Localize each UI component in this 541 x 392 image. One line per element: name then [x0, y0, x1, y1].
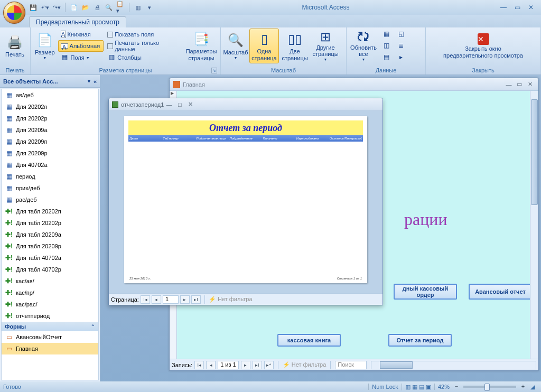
spell-icon[interactable]: 📋▾ — [116, 3, 125, 12]
text-export-button[interactable]: ≣ — [394, 40, 408, 52]
filter-indicator[interactable]: ⚡ Нет фильтра — [283, 361, 327, 368]
open-icon[interactable]: 📂 — [81, 3, 90, 12]
resize-grip-icon[interactable]: ◢ — [527, 384, 538, 390]
nav-item[interactable]: ▦период — [2, 171, 98, 182]
nav-item[interactable]: ▦прих/деб — [2, 182, 98, 194]
tab-print-preview[interactable]: Предварительный просмотр — [29, 16, 126, 27]
zoom-button[interactable]: 🔍Масштаб▼ — [223, 29, 248, 63]
prev-record-button[interactable]: ◂ — [206, 361, 216, 369]
nav-list[interactable]: ▦ав/деб▦Для 20202п▦Для 20202р▦Для 20209а… — [1, 89, 99, 380]
restore-icon[interactable]: ▭ — [514, 80, 525, 89]
btn-cash-book[interactable]: кассовая книга — [277, 334, 341, 347]
nav-item[interactable]: ✚!Для табл 20202п — [2, 206, 98, 217]
minimize-icon[interactable]: — — [498, 3, 509, 12]
next-page-button[interactable]: ▸ — [180, 295, 190, 304]
undo-icon[interactable]: ↶▾ — [41, 3, 49, 12]
print-icon[interactable]: 🖨 — [93, 3, 101, 12]
last-record-button[interactable]: ▸I — [253, 361, 262, 369]
new-record-button[interactable]: ▸* — [264, 361, 274, 369]
form-icon[interactable]: ▥ — [134, 3, 142, 12]
last-page-button[interactable]: ▸I — [191, 295, 201, 304]
prev-page-button[interactable]: ◂ — [152, 295, 161, 304]
zoom-slider[interactable] — [463, 386, 516, 388]
first-page-button[interactable]: I◂ — [141, 295, 150, 304]
nav-item[interactable]: ▭Главная — [2, 343, 98, 354]
nav-item[interactable]: ✚!Для табл 20209а — [2, 229, 98, 240]
office-button[interactable] — [3, 2, 25, 24]
new-icon[interactable]: 📄 — [70, 3, 78, 12]
nav-item[interactable]: ▦Для 20202п — [2, 101, 98, 113]
filter-indicator[interactable]: ⚡ Нет фильтра — [209, 296, 253, 303]
btn-period-report[interactable]: Отчет за период — [388, 334, 452, 347]
nav-item[interactable]: ✚!отчетпериод — [2, 310, 98, 322]
page-setup-button[interactable]: 📑Параметры страницы — [184, 29, 218, 63]
print-button[interactable]: 🖨️Печать — [2, 29, 27, 63]
page-position[interactable]: 1 — [163, 295, 179, 304]
nav-item[interactable]: ✚!Для табл 40702а — [2, 252, 98, 264]
nav-item[interactable]: ▦ав/деб — [2, 89, 98, 101]
zoom-out-button[interactable]: − — [453, 383, 460, 390]
nav-item[interactable]: ✚!Для табл 20209р — [2, 240, 98, 252]
excel-export-button[interactable]: ▦ — [379, 29, 393, 40]
next-record-button[interactable]: ▸ — [241, 361, 250, 369]
nav-item[interactable]: ✚!Для табл 40702р — [2, 264, 98, 275]
view-shortcuts[interactable]: ▥ ▦ ▤ ▣ — [402, 384, 434, 390]
nav-item[interactable]: ▦Для 20209п — [2, 136, 98, 147]
nav-item[interactable]: ▦Для 20202р — [2, 113, 98, 124]
more-export-button[interactable]: ▸ — [394, 52, 408, 63]
close-icon[interactable]: ✕ — [525, 80, 535, 89]
save-icon[interactable]: 💾 — [29, 3, 38, 12]
word-export-button[interactable]: ▤ — [379, 52, 393, 63]
close-icon[interactable]: ✕ — [185, 100, 195, 109]
vertical-scrollbar[interactable] — [530, 91, 538, 359]
pdf-export-button[interactable]: ◱ — [394, 29, 408, 40]
nav-item[interactable]: ▦Для 20209а — [2, 124, 98, 136]
nav-item[interactable]: ▦Для 20209р — [2, 147, 98, 159]
preview-icon[interactable]: 🔍 — [105, 3, 113, 12]
nav-section-forms[interactable]: Формы⌃ — [2, 322, 98, 331]
more-pages-button[interactable]: ⊞Другие страницы▼ — [311, 29, 340, 63]
two-pages-button[interactable]: ▯▯Две страницы — [280, 29, 310, 63]
one-page-button[interactable]: ▯Одна страница — [249, 29, 279, 63]
nav-item[interactable]: ✚!Для табл 20202р — [2, 217, 98, 229]
report-titlebar[interactable]: отчетзапериод1 — □ ✕ — [109, 98, 383, 111]
collapse-icon[interactable]: « — [94, 78, 97, 85]
sharepoint-button[interactable]: ◫ — [379, 40, 393, 52]
form-icon: ▭ — [5, 333, 13, 341]
minimize-icon[interactable]: — — [164, 100, 174, 109]
zoom-level[interactable]: 42% — [434, 384, 453, 390]
data-only-check[interactable]: Печатать только данные — [105, 40, 183, 52]
nav-item[interactable]: ▭АвансовыйОтчет — [2, 331, 98, 343]
nav-header[interactable]: Все объекты Acc...▼« — [0, 75, 100, 88]
redo-icon[interactable]: ↷▾ — [52, 3, 61, 12]
show-fields-check[interactable]: Показать поля — [105, 29, 183, 40]
first-record-button[interactable]: I◂ — [194, 361, 204, 369]
size-button[interactable]: 📄Размер▼ — [33, 29, 57, 63]
search-box[interactable]: Поиск — [335, 361, 367, 369]
record-position[interactable]: 1 из 1 — [218, 361, 239, 369]
close-preview-button[interactable]: ✕Закрыть окно предварительного просмотра — [441, 29, 526, 63]
maximize-icon[interactable]: □ — [174, 100, 185, 109]
nav-item[interactable]: ✚!кас/пр/ — [2, 287, 98, 298]
form-titlebar[interactable]: Главная — ▭ ✕ — [170, 78, 538, 91]
nav-item[interactable]: ✚!кас/рас/ — [2, 298, 98, 310]
chevron-down-icon[interactable]: ▼ — [87, 79, 91, 84]
nav-item[interactable]: ▦рас/деб — [2, 194, 98, 206]
btn-advance-report[interactable]: Авансовый отчет — [469, 284, 532, 300]
dialog-launcher-icon[interactable]: ↘ — [211, 68, 217, 73]
refresh-all-button[interactable]: 🗘Обновить все▼ — [349, 29, 378, 63]
qat-more-icon[interactable]: ▾ — [145, 3, 154, 12]
report-preview-area[interactable]: Отчет за период ДатаТаб.номерПодотчетное… — [109, 111, 383, 293]
columns-button[interactable]: ▥Столбцы — [105, 52, 183, 63]
margins-button[interactable]: ▦Поля▼ — [58, 52, 104, 63]
btn-cash-order[interactable]: дный кассовый ордер — [394, 284, 457, 300]
horizontal-scrollbar[interactable] — [371, 361, 536, 369]
restore-icon[interactable]: ▭ — [511, 3, 523, 12]
nav-item[interactable]: ✚!кас/ав/ — [2, 275, 98, 287]
landscape-button[interactable]: AАльбомная — [58, 40, 104, 52]
portrait-button[interactable]: AКнижная — [58, 29, 104, 40]
zoom-in-button[interactable]: + — [519, 383, 527, 390]
nav-item[interactable]: ▦Для 40702а — [2, 159, 98, 171]
close-icon[interactable]: ✕ — [525, 3, 537, 12]
minimize-icon[interactable]: — — [503, 80, 514, 89]
